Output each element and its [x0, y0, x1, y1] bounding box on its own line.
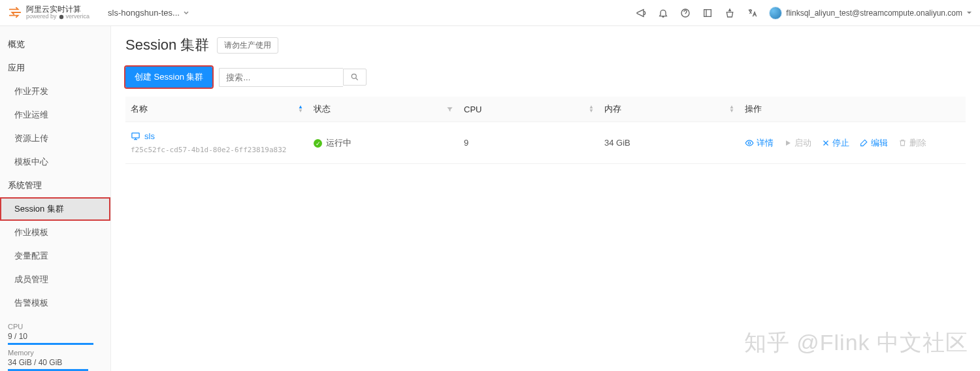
ververica-mark-icon [59, 14, 64, 20]
sort-icon: ▲▼ [298, 105, 303, 113]
svg-point-0 [59, 15, 63, 19]
table-row: sls f25c52fc-cd57-4b1d-80e2-6ff23819a832… [125, 122, 966, 164]
sidebar: 概览 应用 作业开发 作业运维 资源上传 模板中心 系统管理 Session 集… [0, 26, 111, 371]
search-input[interactable] [219, 68, 343, 87]
sidebar-item-session-cluster[interactable]: Session 集群 [0, 197, 110, 221]
sidebar-item-job-ops[interactable]: 作业运维 [0, 103, 110, 127]
page-title: Session 集群 [125, 35, 209, 55]
logo-subtitle: powered by ververica [26, 14, 90, 20]
sidebar-item-resource-upload[interactable]: 资源上传 [0, 127, 110, 150]
stop-action[interactable]: 停止 [822, 137, 849, 149]
chevron-down-icon [183, 10, 189, 16]
topbar: 阿里云实时计算 powered by ververica sls-hongshu… [0, 0, 980, 26]
usage-panel: CPU 9 / 10 Memory 34 GiB / 40 GiB [0, 315, 110, 371]
user-email: flinksql_aliyun_test@streamcompute.onali… [786, 8, 962, 18]
th-status[interactable]: 状态 [308, 97, 459, 122]
sidebar-item-alert-template[interactable]: 告警模板 [0, 291, 110, 315]
eye-icon [745, 138, 754, 148]
cpu-usage-bar [8, 343, 93, 345]
svg-point-5 [748, 142, 751, 144]
expand-icon[interactable] [702, 8, 713, 18]
svg-point-3 [352, 74, 357, 78]
cluster-name-link[interactable]: sls [131, 131, 155, 141]
bell-icon[interactable] [658, 8, 668, 18]
language-icon[interactable] [747, 8, 757, 18]
x-icon [822, 139, 830, 147]
status-success-icon: ✓ [314, 139, 322, 148]
topbar-icons: flinksql_aliyun_test@streamcompute.onali… [636, 7, 972, 20]
help-icon[interactable] [680, 8, 691, 18]
search-icon [350, 73, 359, 82]
edit-action[interactable]: 编辑 [860, 137, 888, 149]
th-name[interactable]: 名称▲▼ [125, 97, 308, 122]
svg-rect-4 [132, 133, 139, 138]
cpu-usage-value: 9 / 10 [8, 332, 103, 341]
sidebar-overview[interactable]: 概览 [0, 33, 110, 56]
theme-icon[interactable] [725, 8, 735, 18]
sidebar-item-job-dev[interactable]: 作业开发 [0, 80, 110, 103]
search-button[interactable] [343, 69, 367, 86]
monitor-icon [131, 131, 140, 141]
user-menu[interactable]: flinksql_aliyun_test@streamcompute.onali… [769, 7, 972, 20]
sort-icon: ▲▼ [729, 105, 734, 113]
th-cpu[interactable]: CPU▲▼ [459, 97, 599, 122]
cpu-usage-label: CPU [8, 323, 103, 331]
logo-icon [8, 5, 22, 20]
trash-icon [898, 138, 907, 147]
th-ops: 操作 [740, 97, 966, 122]
delete-action: 删除 [898, 137, 926, 149]
cpu-cell: 9 [459, 122, 599, 164]
non-prod-tag: 请勿生产使用 [217, 37, 278, 54]
status-cell: ✓运行中 [308, 122, 459, 164]
mem-usage-value: 34 GiB / 40 GiB [8, 358, 103, 367]
sidebar-item-template-center[interactable]: 模板中心 [0, 150, 110, 174]
sidebar-item-var-config[interactable]: 变量配置 [0, 244, 110, 268]
start-action: 启动 [784, 137, 811, 149]
sidebar-item-job-template[interactable]: 作业模板 [0, 221, 110, 244]
caret-down-icon [966, 10, 972, 16]
edit-icon [860, 138, 868, 147]
workspace-name: sls-hongshun-tes... [108, 8, 180, 18]
workspace-selector[interactable]: sls-hongshun-tes... [108, 8, 189, 18]
mem-usage-label: Memory [8, 349, 103, 357]
sort-icon: ▲▼ [589, 105, 594, 113]
svg-rect-2 [704, 9, 711, 16]
play-icon [784, 139, 792, 147]
logo: 阿里云实时计算 powered by ververica [8, 5, 90, 20]
th-mem[interactable]: 内存▲▼ [599, 97, 740, 122]
create-session-cluster-button[interactable]: 创建 Session 集群 [125, 67, 212, 88]
main-content: Session 集群 请勿生产使用 创建 Session 集群 名称▲▼ [111, 26, 980, 371]
cluster-id: f25c52fc-cd57-4b1d-80e2-6ff23819a832 [131, 146, 303, 154]
filter-icon [446, 106, 453, 113]
sidebar-section-app: 应用 [0, 56, 110, 80]
sidebar-item-member-mgmt[interactable]: 成员管理 [0, 268, 110, 291]
mem-cell: 34 GiB [599, 122, 740, 164]
avatar [769, 7, 782, 20]
announcement-icon[interactable] [636, 8, 646, 18]
session-cluster-table: 名称▲▼ 状态 CPU▲▼ 内存▲▼ 操作 [125, 97, 966, 164]
sidebar-section-sys: 系统管理 [0, 174, 110, 197]
detail-action[interactable]: 详情 [745, 137, 774, 149]
